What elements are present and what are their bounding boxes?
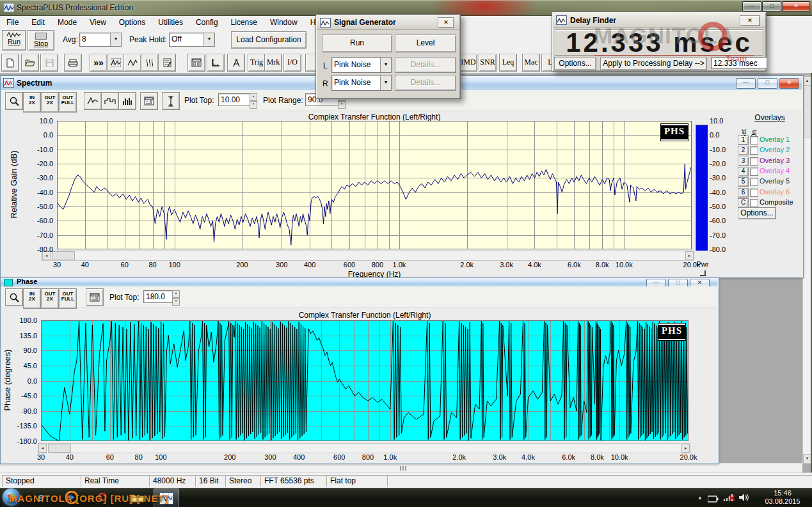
leq-button[interactable]: Leq bbox=[499, 54, 517, 72]
delay-value-field[interactable]: 12.333 msec bbox=[711, 57, 767, 69]
media-player-icon[interactable] bbox=[64, 490, 79, 504]
overlay-on-checkbox[interactable] bbox=[750, 178, 758, 186]
macro-button[interactable]: Mac bbox=[522, 54, 540, 72]
plot-top-field[interactable]: 10.00 bbox=[218, 93, 251, 106]
battery-icon[interactable] bbox=[708, 494, 719, 505]
overlay-set-button[interactable]: 6 bbox=[738, 188, 749, 198]
phase-h-scrollbar[interactable]: ◂ ▸ bbox=[38, 443, 690, 453]
plot-options-button[interactable] bbox=[86, 288, 104, 306]
chevron-down-icon[interactable]: ▾ bbox=[380, 75, 391, 90]
load-configuration-button[interactable]: Load Configuration bbox=[231, 31, 306, 49]
snr-button[interactable]: SNR bbox=[479, 54, 497, 72]
right-signal-combo[interactable]: Pink Noise▾ bbox=[331, 75, 392, 91]
spectrogram-display-button[interactable] bbox=[141, 54, 159, 72]
overlays-options-button[interactable]: Options... bbox=[738, 207, 776, 219]
overlay-on-checkbox[interactable] bbox=[750, 136, 758, 144]
menu-view[interactable]: View bbox=[83, 17, 113, 28]
left-signal-combo[interactable]: Pink Noise▾ bbox=[331, 57, 392, 73]
plot-top-field[interactable]: 180.0 bbox=[143, 290, 174, 303]
zoom-select-button[interactable] bbox=[5, 288, 23, 306]
line-plot-button[interactable] bbox=[84, 92, 102, 110]
close-icon[interactable]: ✕ bbox=[779, 78, 799, 89]
zoom-select-button[interactable] bbox=[5, 92, 23, 110]
overlay-on-checkbox[interactable] bbox=[750, 189, 758, 197]
overlay-set-button[interactable]: 3 bbox=[738, 157, 749, 166]
generator-level-button[interactable]: Level bbox=[395, 35, 456, 52]
run-button[interactable]: Run bbox=[2, 30, 26, 51]
trigger-button[interactable]: Trig bbox=[248, 54, 266, 72]
menu-file[interactable]: File bbox=[0, 17, 25, 28]
print-button[interactable] bbox=[64, 54, 82, 72]
plot-top-spinner[interactable]: ▴▾ bbox=[172, 290, 180, 303]
gain-h-scrollbar[interactable]: ◂ ▸ bbox=[42, 251, 694, 261]
scroll-left-icon[interactable]: ◂ bbox=[38, 444, 47, 453]
phase-plot[interactable] bbox=[41, 320, 689, 441]
io-button[interactable]: I/O bbox=[283, 54, 301, 72]
left-details-button[interactable]: Details... bbox=[395, 57, 456, 73]
spectrum-display-button[interactable] bbox=[107, 54, 125, 72]
step-plot-button[interactable] bbox=[101, 92, 119, 110]
menu-config[interactable]: Config bbox=[189, 17, 225, 28]
open-file-button[interactable] bbox=[21, 54, 39, 72]
new-file-button[interactable] bbox=[1, 54, 19, 72]
zoom-out-2x-button[interactable]: OUT2X bbox=[41, 288, 59, 309]
menu-options[interactable]: Options bbox=[113, 17, 152, 28]
marker-button[interactable]: Mrk bbox=[264, 54, 282, 72]
scroll-right-icon[interactable]: ▸ bbox=[681, 444, 690, 453]
scale-button[interactable] bbox=[207, 54, 225, 72]
chevron-down-icon[interactable]: ▾ bbox=[203, 33, 214, 46]
save-button[interactable] bbox=[40, 54, 58, 72]
internet-explorer-icon[interactable]: e bbox=[33, 490, 49, 504]
zoom-in-2x-button[interactable]: IN2X bbox=[23, 92, 41, 113]
calibration-button[interactable] bbox=[227, 54, 245, 72]
close-icon[interactable]: ✕ bbox=[438, 17, 454, 28]
delay-options-button[interactable]: Options... bbox=[554, 57, 596, 70]
signal-generator-titlebar[interactable]: Signal Generator ✕ bbox=[317, 15, 459, 30]
overlay-set-button[interactable]: 1 bbox=[738, 136, 749, 145]
chevron-down-icon[interactable]: ▾ bbox=[380, 58, 391, 72]
mdi-h-scrollbar[interactable] bbox=[0, 463, 802, 473]
plot-options-button[interactable] bbox=[140, 92, 158, 110]
phase-titlebar[interactable]: Phase — □ ✕ bbox=[1, 278, 717, 287]
explorer-folder-icon[interactable] bbox=[129, 493, 145, 506]
menu-mode[interactable]: Mode bbox=[51, 17, 83, 28]
overlay-on-checkbox[interactable] bbox=[750, 157, 758, 166]
bar-plot-button[interactable] bbox=[118, 92, 136, 110]
imd-button[interactable]: IMD bbox=[459, 54, 477, 72]
chevron-down-icon[interactable]: ▾ bbox=[110, 33, 121, 46]
overlay-set-button[interactable]: 2 bbox=[738, 146, 749, 155]
views-layout-button[interactable] bbox=[187, 54, 205, 72]
report-button[interactable] bbox=[158, 54, 176, 72]
spectraplus-taskbar-button[interactable] bbox=[154, 488, 179, 507]
tray-expand-icon[interactable]: ▲ bbox=[697, 495, 703, 501]
overlay-set-button[interactable]: 5 bbox=[738, 177, 749, 187]
zoom-in-2x-button[interactable]: IN2X bbox=[23, 288, 41, 309]
menu-edit[interactable]: Edit bbox=[25, 17, 51, 28]
generator-run-button[interactable]: Run bbox=[322, 35, 392, 52]
scroll-right-icon[interactable]: ▸ bbox=[685, 251, 694, 260]
start-button[interactable] bbox=[3, 488, 20, 506]
overlay-on-checkbox[interactable] bbox=[750, 146, 758, 155]
zoom-out-full-button[interactable]: OUTFULL bbox=[59, 92, 77, 113]
delay-finder-titlebar[interactable]: Delay Finder ✕ bbox=[553, 13, 765, 28]
scrollbar-thumb[interactable] bbox=[52, 251, 75, 260]
playback-speed-button[interactable]: »» bbox=[90, 54, 107, 72]
pwr-mark[interactable] bbox=[700, 270, 706, 276]
vertical-range-button[interactable] bbox=[162, 92, 180, 110]
network-icon[interactable] bbox=[723, 493, 736, 504]
opera-icon[interactable]: O bbox=[95, 490, 110, 504]
volume-icon[interactable] bbox=[738, 493, 750, 504]
close-button[interactable]: ✕ bbox=[782, 1, 810, 12]
menu-utilities[interactable]: Utilities bbox=[152, 17, 189, 28]
stop-button[interactable]: Stop bbox=[28, 30, 54, 51]
menu-window[interactable]: Window bbox=[264, 17, 304, 28]
plot-top-spinner[interactable]: ▴▾ bbox=[250, 93, 257, 106]
avg-combo[interactable]: 8▾ bbox=[79, 33, 122, 47]
overlay-set-button[interactable]: 4 bbox=[738, 167, 749, 176]
zoom-out-2x-button[interactable]: OUT2X bbox=[41, 92, 59, 113]
overlay-set-button[interactable]: C bbox=[738, 198, 749, 208]
maximize-button[interactable]: □ bbox=[762, 1, 781, 12]
gain-plot[interactable] bbox=[57, 121, 692, 249]
zoom-out-full-button[interactable]: OUTFULL bbox=[59, 288, 77, 309]
maximize-button[interactable]: □ bbox=[758, 78, 777, 89]
